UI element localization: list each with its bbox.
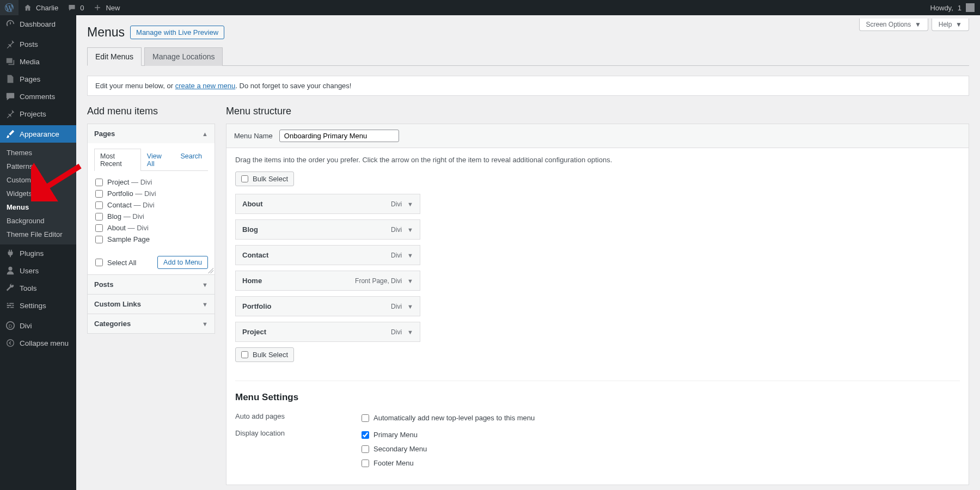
mini-tab-search[interactable]: Search (174, 149, 208, 171)
chevron-down-icon[interactable]: ▼ (407, 252, 413, 259)
accordion-head-categories[interactable]: Categories ▼ (88, 314, 215, 333)
page-checkbox-row[interactable]: Blog — Divi (94, 211, 208, 222)
new-content-link[interactable]: New (88, 0, 124, 15)
accordion-head-posts[interactable]: Posts ▼ (88, 275, 215, 294)
submenu-theme-file-editor[interactable]: Theme File Editor (0, 228, 76, 241)
chevron-down-icon[interactable]: ▼ (407, 226, 413, 233)
location-option[interactable]: Footer Menu (360, 457, 428, 469)
select-all-checkbox[interactable] (95, 259, 103, 266)
submenu-patterns[interactable]: Patterns (0, 160, 76, 173)
comment-icon (67, 3, 77, 13)
tab-edit-menus[interactable]: Edit Menus (87, 47, 142, 66)
sidebar-item-media[interactable]: Media (0, 53, 76, 70)
page-checkbox[interactable] (95, 179, 103, 186)
sidebar-label: Settings (20, 302, 46, 310)
page-title: Sample Page (107, 235, 150, 243)
chevron-down-icon: ▼ (202, 301, 208, 308)
page-checkbox[interactable] (95, 201, 103, 209)
page-checkbox-row[interactable]: Portfolio — Divi (94, 188, 208, 199)
select-all[interactable]: Select All (94, 257, 137, 268)
page-checkbox[interactable] (95, 224, 103, 232)
sidebar-item-pages[interactable]: Pages (0, 70, 76, 88)
accordion-head-pages[interactable]: Pages ▲ (88, 124, 215, 143)
location-checkbox[interactable] (362, 460, 369, 467)
submenu-background[interactable]: Background (0, 214, 76, 228)
chevron-down-icon[interactable]: ▼ (407, 329, 413, 335)
page-checkbox[interactable] (95, 236, 103, 243)
submenu-menus[interactable]: Menus (0, 200, 76, 214)
menu-item[interactable]: PortfolioDivi▼ (235, 296, 420, 316)
location-option[interactable]: Primary Menu (360, 429, 428, 440)
submenu-widgets[interactable]: Widgets (0, 187, 76, 200)
bulk-select-checkbox[interactable] (241, 351, 248, 358)
bulk-select-top[interactable]: Bulk Select (235, 171, 294, 186)
pin-icon (5, 109, 15, 119)
page-title: Portfolio — Divi (107, 189, 156, 198)
menu-item-meta: Divi (391, 226, 402, 234)
page-checkbox-row[interactable]: Sample Page (94, 234, 208, 245)
sidebar-label: Projects (20, 110, 46, 118)
dashboard-icon (5, 19, 15, 29)
mini-tab-recent[interactable]: Most Recent (94, 149, 141, 171)
menu-item-label: Blog (242, 225, 258, 234)
menu-item[interactable]: AboutDivi▼ (235, 194, 420, 214)
chevron-down-icon[interactable]: ▼ (407, 303, 413, 310)
page-title: Project — Divi (107, 178, 152, 186)
collapse-menu[interactable]: Collapse menu (0, 334, 76, 352)
comment-icon (5, 91, 15, 101)
submenu-themes[interactable]: Themes (0, 146, 76, 160)
sidebar-label: Dashboard (20, 20, 56, 28)
sidebar-item-users[interactable]: Users (0, 262, 76, 279)
sidebar-item-projects[interactable]: Projects (0, 105, 76, 122)
bulk-select-bottom[interactable]: Bulk Select (235, 347, 294, 362)
resize-handle[interactable] (208, 268, 213, 273)
live-preview-button[interactable]: Manage with Live Preview (130, 26, 224, 39)
menu-item[interactable]: ContactDivi▼ (235, 245, 420, 265)
menu-item-meta: Divi (391, 252, 402, 259)
chevron-down-icon[interactable]: ▼ (407, 278, 413, 284)
submenu-customize[interactable]: Customize (0, 173, 76, 187)
bulk-select-checkbox[interactable] (241, 175, 248, 182)
sidebar-item-posts[interactable]: Posts (0, 35, 76, 53)
mini-tab-viewall[interactable]: View All (141, 149, 175, 171)
menu-item[interactable]: HomeFront Page, Divi▼ (235, 271, 420, 291)
page-checkbox[interactable] (95, 213, 103, 220)
location-options: Primary MenuSecondary MenuFooter Menu (360, 429, 428, 469)
location-checkbox[interactable] (362, 431, 369, 439)
site-home-link[interactable]: Charlie (19, 0, 63, 15)
account-menu[interactable]: Howdy, 1 (930, 3, 975, 12)
location-option[interactable]: Secondary Menu (360, 443, 428, 455)
auto-add-option[interactable]: Automatically add new top-level pages to… (360, 412, 536, 424)
location-checkbox[interactable] (362, 445, 369, 453)
chevron-down-icon[interactable]: ▼ (407, 201, 413, 207)
menu-name-input[interactable] (279, 130, 399, 142)
media-icon (5, 57, 15, 66)
menu-name-row: Menu Name (226, 124, 969, 148)
sidebar-item-plugins[interactable]: Plugins (0, 244, 76, 262)
menu-item[interactable]: ProjectDivi▼ (235, 322, 420, 342)
chevron-up-icon: ▲ (202, 131, 208, 137)
auto-add-checkbox[interactable] (362, 414, 369, 422)
page-checkbox[interactable] (95, 190, 103, 198)
howdy-name: 1 (958, 4, 961, 12)
tab-manage-locations[interactable]: Manage Locations (144, 47, 223, 66)
page-checkbox-row[interactable]: Project — Divi (94, 176, 208, 188)
menu-item-label: Project (242, 328, 266, 336)
sidebar-item-tools[interactable]: Tools (0, 279, 76, 297)
sidebar-item-divi[interactable]: D Divi (0, 317, 76, 334)
wp-logo[interactable] (0, 0, 19, 15)
comments-link[interactable]: 0 (63, 0, 88, 15)
create-new-menu-link[interactable]: create a new menu (175, 82, 236, 90)
wrench-icon (5, 283, 15, 293)
menu-item[interactable]: BlogDivi▼ (235, 219, 420, 240)
page-checkbox-row[interactable]: Contact — Divi (94, 199, 208, 211)
accordion-head-custom-links[interactable]: Custom Links ▼ (88, 295, 215, 314)
sidebar-item-appearance[interactable]: Appearance (0, 125, 76, 143)
sidebar-item-dashboard[interactable]: Dashboard (0, 15, 76, 33)
page-checkbox-row[interactable]: About — Divi (94, 222, 208, 234)
add-to-menu-button[interactable]: Add to Menu (157, 256, 208, 269)
menu-item-label: Portfolio (242, 302, 271, 310)
sidebar-item-settings[interactable]: Settings (0, 297, 76, 314)
accordion-label: Pages (94, 130, 115, 138)
sidebar-item-comments[interactable]: Comments (0, 88, 76, 105)
